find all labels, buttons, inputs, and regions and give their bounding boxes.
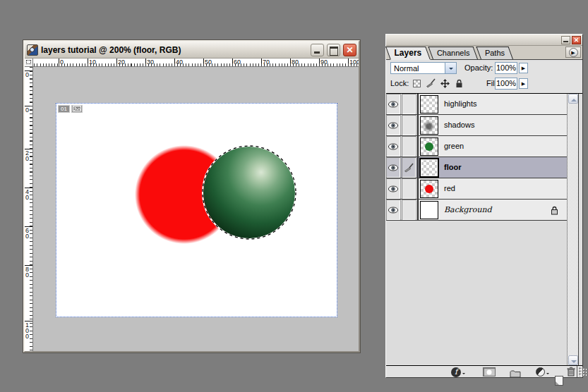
lock-label: Lock: <box>390 78 409 90</box>
new-group-button[interactable] <box>510 368 521 381</box>
opacity-spinner-button[interactable]: ▶ <box>519 63 528 73</box>
tab-layers[interactable]: Layers <box>385 47 431 60</box>
layer-locked-icon <box>551 205 558 218</box>
layer-row-floor[interactable]: floor <box>386 157 567 178</box>
opacity-field[interactable]: 100% <box>495 62 517 74</box>
visibility-toggle[interactable] <box>386 136 401 157</box>
layer-list-scrollbar[interactable] <box>567 94 578 365</box>
ruler-label: 40 <box>176 59 183 66</box>
layer-row-background[interactable]: Background <box>386 200 567 221</box>
layer-name[interactable]: highlights <box>444 94 476 114</box>
link-box[interactable] <box>402 136 416 157</box>
lock-transparency-icon[interactable] <box>412 78 421 88</box>
add-layer-mask-button[interactable] <box>483 367 496 376</box>
ruler-label: 100 <box>349 59 359 66</box>
layer-thumbnail[interactable] <box>420 159 438 177</box>
blend-mode-select[interactable]: Normal <box>390 62 457 74</box>
visibility-toggle[interactable] <box>386 94 401 114</box>
layer-thumbnail[interactable] <box>420 116 438 135</box>
palette-bottom-bar: f <box>386 365 582 377</box>
document-titlebar[interactable]: layers tutorial @ 200% (floor, RGB) <box>25 42 359 59</box>
palette-menu-button[interactable]: ▶ <box>569 48 578 57</box>
column-divider <box>417 115 419 135</box>
bottom-bar-separator <box>577 366 577 377</box>
ruler-label: 80 <box>25 267 29 278</box>
layer-name[interactable]: red <box>444 178 455 199</box>
pasteboard[interactable]: 01 <box>33 67 359 351</box>
close-button[interactable] <box>343 44 356 56</box>
layer-style-dropdown-arrow-icon[interactable] <box>462 373 465 376</box>
blend-mode-value: Normal <box>394 63 419 73</box>
horizontal-ruler[interactable]: 0102030405060708090100 <box>33 59 359 67</box>
scroll-down-button[interactable] <box>568 355 578 365</box>
folder-icon <box>510 369 521 378</box>
layer-name[interactable]: green <box>444 136 464 157</box>
trash-icon <box>567 367 575 376</box>
ruler-major-tick <box>116 59 117 67</box>
palette-controls: Normal Opacity: 100% ▶ Lock: <box>386 60 582 92</box>
lock-all-icon[interactable] <box>454 78 464 88</box>
lock-buttons <box>412 78 464 88</box>
layer-thumbnail[interactable] <box>420 201 438 219</box>
ruler-major-tick <box>348 59 349 67</box>
visibility-toggle[interactable] <box>386 178 401 199</box>
combo-arrow-icon[interactable] <box>445 63 456 73</box>
ruler-major-tick <box>59 59 59 67</box>
layer-row-green[interactable]: green <box>386 136 567 157</box>
layer-row-highlights[interactable]: highlights <box>386 94 567 115</box>
fill-field[interactable]: 100% <box>495 78 517 90</box>
painting-indicator[interactable] <box>402 157 416 178</box>
delete-layer-button[interactable] <box>567 367 575 379</box>
layers-palette: Layers Channels Paths ▶ Normal Opacity: … <box>385 34 583 378</box>
eye-icon <box>388 207 399 214</box>
ruler-label: 30 <box>147 59 154 66</box>
layer-thumbnail[interactable] <box>420 180 438 198</box>
tab-channels[interactable]: Channels <box>428 47 478 59</box>
ruler-label: 10 <box>89 59 96 66</box>
palette-resize-grip[interactable] <box>579 367 587 376</box>
layer-name[interactable]: shadows <box>444 115 474 135</box>
layer-row-red[interactable]: red <box>386 178 567 200</box>
visibility-toggle[interactable] <box>386 115 401 135</box>
vertical-ruler[interactable]: 0020406080100 <box>25 67 33 351</box>
layer-name[interactable]: Background <box>444 200 492 220</box>
lock-position-move-icon[interactable] <box>440 78 450 88</box>
opacity-label: Opacity: <box>464 62 493 74</box>
lock-paint-brush-icon[interactable] <box>426 78 436 88</box>
ruler-label: 100 <box>25 322 29 339</box>
eye-icon <box>388 101 399 108</box>
palette-minimize-button[interactable] <box>561 36 570 44</box>
layer-row-shadows[interactable]: shadows <box>386 115 567 136</box>
fill-spinner-button[interactable]: ▶ <box>519 78 528 89</box>
maximize-button[interactable] <box>327 44 340 56</box>
link-box[interactable] <box>402 94 416 114</box>
adjustment-layer-button[interactable] <box>536 367 545 376</box>
adjustment-dropdown-arrow-icon[interactable] <box>546 373 549 376</box>
palette-close-button[interactable] <box>572 36 581 44</box>
ruler-origin-corner[interactable] <box>25 59 33 67</box>
scroll-up-button[interactable] <box>568 94 578 104</box>
ruler-major-tick <box>203 59 204 67</box>
ruler-label: 40 <box>25 189 29 200</box>
link-box[interactable] <box>402 178 416 199</box>
tab-paths[interactable]: Paths <box>476 47 513 59</box>
ruler-major-tick <box>261 59 262 67</box>
canvas[interactable]: 01 <box>56 103 337 317</box>
layer-thumbnail[interactable] <box>420 137 438 156</box>
layer-name[interactable]: floor <box>444 157 461 178</box>
ruler-label: 60 <box>25 228 29 239</box>
ruler-major-tick <box>232 59 233 67</box>
visibility-toggle[interactable] <box>386 157 401 178</box>
visibility-toggle[interactable] <box>386 200 401 220</box>
link-box[interactable] <box>402 200 416 220</box>
layer-thumbnail[interactable] <box>420 95 438 114</box>
ruler-label: 50 <box>205 59 212 66</box>
link-box[interactable] <box>402 115 416 135</box>
palette-titlebar[interactable] <box>386 35 582 46</box>
column-divider <box>417 136 419 157</box>
minimize-button[interactable] <box>311 44 324 56</box>
photoshop-document-icon <box>27 44 38 56</box>
new-layer-button[interactable] <box>555 376 563 386</box>
marquee-icon <box>26 60 31 64</box>
layer-style-button[interactable]: f <box>451 367 461 377</box>
